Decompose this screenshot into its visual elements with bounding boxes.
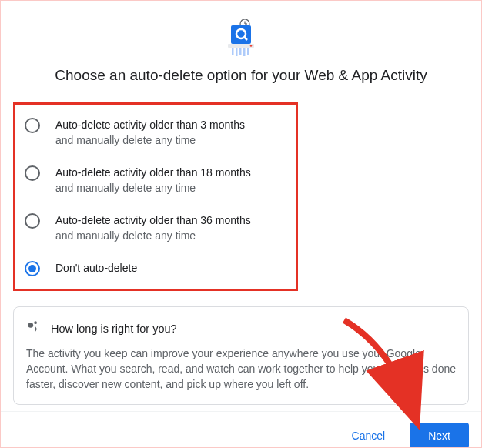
option-3-months[interactable]: Auto-delete activity older than 3 months…	[25, 117, 286, 148]
svg-point-7	[250, 45, 253, 47]
option-label: Auto-delete activity older than 36 month…	[55, 212, 251, 228]
radio-icon	[25, 165, 40, 181]
svg-rect-12	[247, 48, 249, 55]
radio-icon	[25, 213, 40, 229]
svg-rect-9	[236, 48, 238, 56]
option-dont-delete[interactable]: Don't auto-delete	[25, 260, 286, 276]
svg-rect-11	[243, 48, 246, 56]
svg-rect-10	[239, 48, 242, 55]
svg-rect-8	[232, 48, 234, 55]
option-18-months[interactable]: Auto-delete activity older than 18 month…	[25, 165, 286, 196]
svg-rect-3	[231, 25, 251, 44]
next-button[interactable]: Next	[410, 423, 469, 448]
info-title: How long is right for you?	[51, 323, 177, 335]
option-subtitle: and manually delete any time	[55, 180, 251, 196]
option-label: Auto-delete activity older than 18 month…	[55, 165, 251, 180]
svg-point-13	[28, 323, 34, 328]
info-text: The activity you keep can improve your e…	[26, 346, 456, 392]
footer: Cancel Next	[1, 411, 481, 448]
info-card: How long is right for you? The activity …	[13, 306, 469, 405]
sparkle-icon	[26, 319, 42, 338]
page-title: Choose an auto-delete option for your We…	[13, 67, 469, 84]
option-label: Don't auto-delete	[55, 260, 137, 276]
options-group: Auto-delete activity older than 3 months…	[13, 102, 298, 291]
cancel-button[interactable]: Cancel	[333, 423, 404, 448]
svg-point-14	[34, 321, 37, 324]
option-label: Auto-delete activity older than 3 months	[55, 117, 245, 132]
shredder-icon	[13, 13, 469, 67]
option-subtitle: and manually delete any time	[55, 228, 251, 243]
radio-icon	[25, 261, 40, 276]
option-36-months[interactable]: Auto-delete activity older than 36 month…	[25, 212, 286, 243]
option-subtitle: and manually delete any time	[55, 132, 245, 148]
radio-icon	[25, 118, 40, 133]
